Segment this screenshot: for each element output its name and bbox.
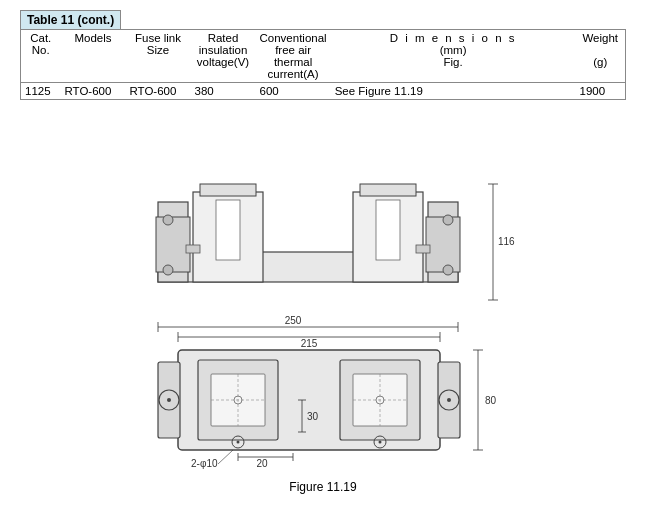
data-table: Cat.No. Models Fuse linkSize Ratedinsula… [20, 29, 626, 100]
svg-rect-16 [416, 245, 430, 253]
svg-rect-15 [186, 245, 200, 253]
cell-weight: 1900 [576, 83, 626, 100]
cell-rated-voltage: 380 [191, 83, 256, 100]
svg-rect-6 [200, 184, 256, 196]
page: Table 11 (cont.) Cat.No. Models Fuse lin… [0, 0, 646, 521]
header-conventional: Conventionalfree air thermalcurrent(A) [256, 30, 331, 83]
svg-rect-10 [376, 200, 400, 260]
cell-cat-no: 1125 [21, 83, 61, 100]
header-dimensions: D i m e n s i o n s (mm) Fig. [331, 30, 576, 83]
svg-rect-7 [216, 200, 240, 260]
header-fuse-link: Fuse linkSize [126, 30, 191, 83]
svg-point-46 [379, 441, 382, 444]
svg-rect-9 [360, 184, 416, 196]
figure-container: 116 250 215 [20, 112, 626, 494]
figure-caption: Figure 11.19 [289, 480, 356, 494]
dim-20: 20 [256, 458, 268, 469]
dim-116: 116 [498, 236, 515, 247]
svg-point-13 [443, 215, 453, 225]
cell-models: RTO-600 [61, 83, 126, 100]
dim-250: 250 [285, 315, 302, 326]
dim-80: 80 [485, 395, 497, 406]
header-weight: Weight(g) [576, 30, 626, 83]
header-models: Models [61, 30, 126, 83]
dimensions-label: D i m e n s i o n s [390, 32, 517, 44]
cell-conventional: 600 [256, 83, 331, 100]
svg-point-14 [443, 265, 453, 275]
svg-line-56 [218, 450, 233, 464]
svg-point-12 [163, 265, 173, 275]
svg-rect-4 [426, 217, 460, 272]
dim-30: 30 [307, 411, 319, 422]
dim-215: 215 [301, 338, 318, 349]
header-rated-insulation: Ratedinsulationvoltage(V) [191, 30, 256, 83]
cell-fuse-link: RTO-600 [126, 83, 191, 100]
svg-point-32 [447, 398, 451, 402]
dim-2phi10: 2-φ10 [191, 458, 218, 469]
svg-point-44 [237, 441, 240, 444]
svg-point-29 [167, 398, 171, 402]
svg-point-11 [163, 215, 173, 225]
cell-dimensions-fig: See Figure 11.19 [331, 83, 576, 100]
table-title: Table 11 (cont.) [20, 10, 121, 29]
header-cat-no: Cat.No. [21, 30, 61, 83]
figure-svg: 116 250 215 [78, 112, 568, 472]
svg-rect-2 [156, 217, 190, 272]
